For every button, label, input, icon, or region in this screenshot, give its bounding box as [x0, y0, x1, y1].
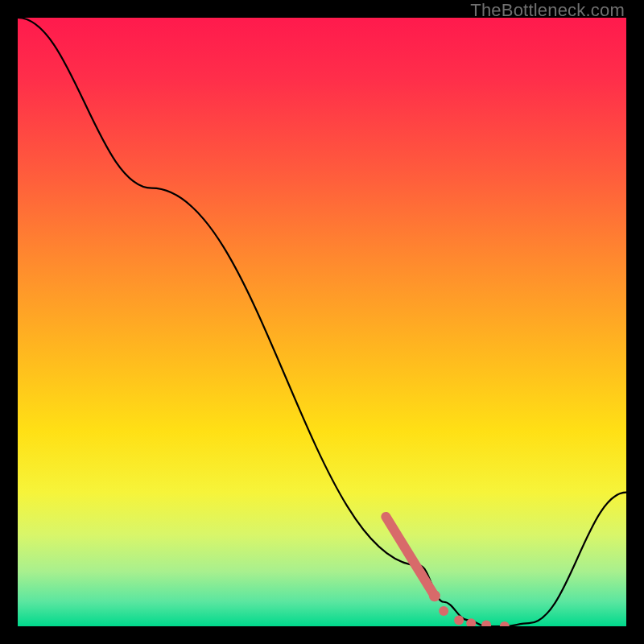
sweet-spot-dot: [429, 590, 440, 601]
watermark-label: TheBottleneck.com: [470, 0, 625, 21]
chart-frame: [18, 18, 626, 626]
chart-svg: [18, 18, 626, 626]
sweet-spot-dot: [454, 615, 464, 625]
chart-background: [18, 18, 626, 626]
sweet-spot-dot: [439, 606, 448, 616]
